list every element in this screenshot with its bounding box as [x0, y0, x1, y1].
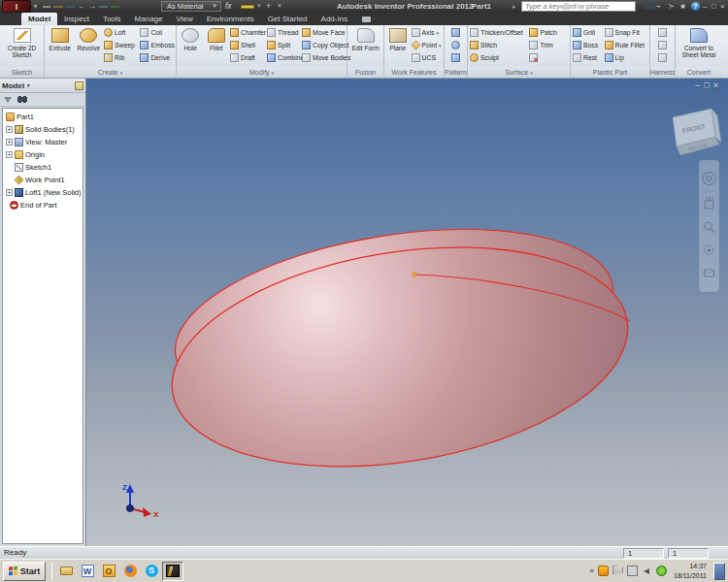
crosshair-tool-icon[interactable]: + — [266, 0, 276, 13]
tree-item-end-of-part[interactable]: End of Part — [3, 199, 83, 211]
sweep-button[interactable]: Sweep — [103, 39, 139, 51]
ucs-button[interactable]: UCS — [411, 51, 443, 64]
rib-button[interactable]: Rib — [103, 51, 139, 64]
tree-item-part1[interactable]: Part1 — [3, 111, 83, 123]
draft-button[interactable]: Draft — [229, 51, 266, 64]
panel-label-modify[interactable]: Modify ▾ — [177, 67, 347, 78]
quicklaunch-skype[interactable]: S — [141, 562, 162, 581]
chevron-down-icon[interactable]: ▼ — [32, 0, 40, 13]
start-button[interactable]: Start — [3, 562, 46, 581]
move-face-button[interactable]: Move Face — [301, 26, 346, 39]
tree-expander[interactable]: + — [6, 126, 13, 133]
select-filter-icon[interactable] — [111, 6, 119, 8]
grill-button[interactable]: Grill — [572, 26, 604, 39]
tab-get-started[interactable]: Get Started — [261, 13, 314, 25]
tab-environments[interactable]: Environments — [200, 13, 261, 25]
send-feedback-icon[interactable]: ≻ — [666, 0, 677, 13]
tray-flag-icon[interactable] — [612, 566, 623, 576]
harness-segment-button[interactable] — [657, 39, 669, 51]
fillet-button[interactable]: Fillet — [204, 26, 230, 67]
panel-label-plastic-part[interactable]: Plastic Part — [571, 67, 649, 78]
chevron-down-icon[interactable]: ▾ — [27, 82, 30, 88]
undo-icon[interactable]: ← — [78, 2, 85, 11]
color-swatch[interactable] — [241, 5, 254, 9]
revolve-button[interactable]: Revolve — [75, 26, 104, 67]
patch-button[interactable]: Patch — [528, 26, 569, 39]
tab-manage[interactable]: Manage — [128, 13, 170, 25]
tree-item-work-point1[interactable]: Work Point1 — [3, 174, 83, 186]
hole-button[interactable]: Hole — [178, 26, 204, 67]
favorites-star-icon[interactable]: ★ — [678, 0, 688, 13]
find-icon[interactable] — [17, 96, 27, 103]
volume-icon[interactable] — [642, 566, 652, 576]
derive-button[interactable]: Derive — [139, 51, 175, 64]
show-desktop-button[interactable] — [713, 563, 725, 580]
doc-restore-button[interactable]: □ — [704, 81, 712, 90]
tree-item-loft1[interactable]: +Loft1 (New Solid) — [3, 186, 83, 199]
panel-label-surface[interactable]: Surface ▾ — [468, 67, 570, 78]
sign-in-button[interactable]: Sign In — [573, 0, 606, 13]
tree-expander[interactable]: + — [6, 151, 13, 158]
emboss-button[interactable]: Emboss — [139, 39, 175, 51]
window-minimize-button[interactable]: – — [703, 0, 711, 13]
panel-label-sketch[interactable]: Sketch — [0, 67, 44, 78]
taskbar-inventor-button[interactable] — [162, 562, 183, 581]
create-2d-sketch-button[interactable]: Create 2D Sketch — [2, 26, 43, 67]
panel-label-create[interactable]: Create ▾ — [45, 67, 176, 78]
window-close-button[interactable]: × — [720, 0, 728, 13]
harness-route-button[interactable] — [657, 26, 669, 39]
convert-to-sheet-metal-button[interactable]: Convert to Sheet Metal — [677, 26, 721, 67]
coil-button[interactable]: Coil — [139, 26, 175, 39]
search-flyout-icon[interactable]: ▸ — [513, 0, 520, 13]
redo-icon[interactable]: → — [88, 2, 96, 11]
shell-button[interactable]: Shell — [229, 39, 266, 51]
tree-expander[interactable]: + — [6, 189, 13, 196]
browser-help-icon[interactable] — [75, 81, 83, 90]
rest-button[interactable]: Rest — [572, 51, 604, 64]
circular-pattern-button[interactable] — [450, 39, 462, 51]
user-icon[interactable] — [563, 3, 570, 10]
filter-icon[interactable] — [4, 97, 12, 103]
tray-status-icon[interactable] — [656, 566, 667, 576]
doc-minimize-button[interactable]: – — [695, 81, 704, 90]
lip-button[interactable]: Lip — [604, 51, 648, 64]
panel-label-pattern[interactable]: Pattern — [445, 67, 467, 78]
tab-view[interactable]: View — [170, 13, 200, 25]
new-file-icon[interactable] — [43, 6, 50, 8]
thread-button[interactable]: Thread — [266, 26, 301, 39]
navigation-bar[interactable] — [699, 160, 719, 292]
extrude-button[interactable]: Extrude — [46, 26, 75, 67]
chevron-down-icon[interactable]: ▼ — [277, 0, 284, 13]
sculpt-button[interactable]: Sculpt — [469, 51, 528, 64]
save-icon[interactable] — [66, 6, 75, 8]
chevron-down-icon[interactable]: ▼ — [212, 1, 219, 14]
tree-item-view-master[interactable]: +View: Master — [3, 136, 83, 148]
parameters-fx-button[interactable]: fx — [225, 0, 237, 13]
stitch-button[interactable]: Stitch — [469, 39, 528, 51]
window-restore-button[interactable]: □ — [711, 0, 719, 13]
plane-button[interactable]: Plane — [385, 26, 411, 67]
quicklaunch-outlook[interactable]: O — [98, 562, 119, 581]
work-point-marker[interactable] — [413, 273, 417, 277]
chamfer-button[interactable]: Chamfer — [229, 26, 266, 39]
panel-label-fusion[interactable]: Fusion — [347, 67, 383, 78]
tab-add-ins[interactable]: Add-Ins — [314, 13, 355, 25]
browser-header[interactable]: Model ▾ — [0, 79, 85, 93]
tab-model[interactable]: Model — [21, 13, 57, 25]
tree-expander[interactable]: + — [6, 139, 13, 146]
screencast-icon[interactable]: · — [354, 13, 376, 25]
harness-pin-button[interactable] — [657, 51, 669, 64]
snap-fit-button[interactable]: Snap Fit — [604, 26, 648, 39]
loft-button[interactable]: Loft — [103, 26, 139, 39]
help-icon[interactable]: ? — [691, 2, 700, 11]
mirror-button[interactable] — [450, 51, 462, 64]
axis-button[interactable]: Axis▾ — [411, 26, 443, 39]
clock[interactable]: 14:37 18/11/2011 — [671, 562, 710, 579]
hidden-icons-chevron[interactable]: « — [590, 566, 594, 575]
wrench-icon[interactable]: ⌁ — [653, 0, 664, 13]
chevron-down-icon[interactable]: ▼ — [256, 0, 264, 13]
graphics-viewport[interactable]: FRONT BOTTOM — [86, 79, 728, 546]
update-icon[interactable] — [99, 6, 108, 8]
rectangular-pattern-button[interactable] — [450, 26, 462, 39]
tray-updater-icon[interactable] — [598, 566, 609, 576]
